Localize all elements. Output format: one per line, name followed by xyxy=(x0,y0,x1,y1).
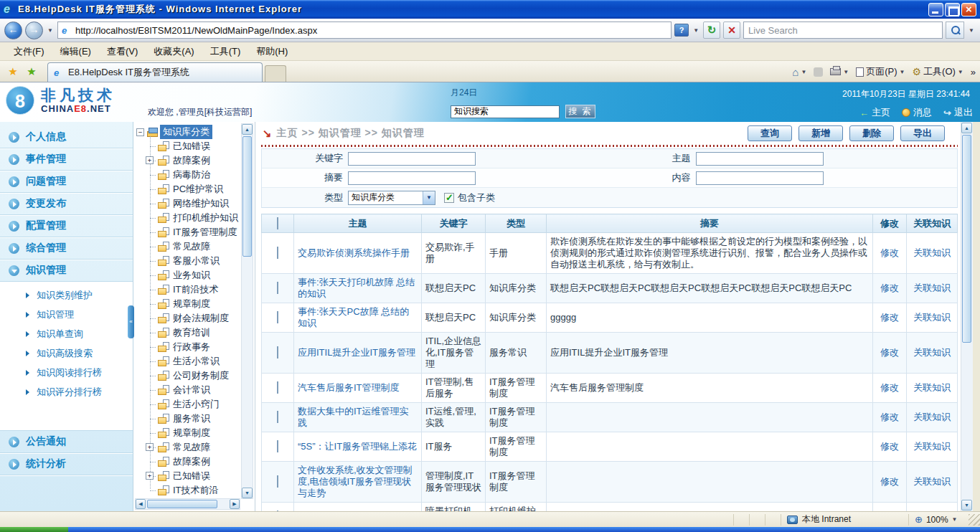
knowledge-search-input[interactable] xyxy=(451,105,560,118)
page-menu-button[interactable]: 页面(P)▼ xyxy=(856,65,905,78)
scroll-up-icon[interactable]: ▲ xyxy=(242,124,253,135)
sidebar-subitem[interactable]: 知识类别维护 xyxy=(0,285,133,305)
tree-node[interactable]: 财会法规制度 xyxy=(136,311,241,326)
edit-link[interactable]: 修改 xyxy=(880,412,899,422)
expand-icon[interactable]: + xyxy=(146,443,154,451)
sidebar-subitem[interactable]: 知识管理 xyxy=(0,305,133,324)
row-checkbox[interactable] xyxy=(277,346,278,358)
zoom-control[interactable]: ⊕ 100% ▼ xyxy=(908,514,969,526)
row-checkbox[interactable] xyxy=(277,247,278,259)
menu-item-view[interactable]: 查看(V) xyxy=(100,43,144,60)
print-button[interactable]: ▼ xyxy=(830,68,849,75)
history-dropdown-icon[interactable]: ▼ xyxy=(46,27,55,34)
tree-node[interactable]: 已知错误 xyxy=(136,139,241,153)
related-knowledge-link[interactable]: 关联知识 xyxy=(913,476,951,487)
add-button[interactable]: 新增 xyxy=(798,125,843,141)
row-checkbox[interactable] xyxy=(277,411,278,423)
tree-node[interactable]: 会计常识 xyxy=(136,383,241,397)
overflow-chevron[interactable]: » xyxy=(971,67,976,77)
tree-root[interactable]: − 知识库分类 xyxy=(136,125,241,139)
sidebar-collapse-handle[interactable]: « xyxy=(128,305,134,338)
edit-link[interactable]: 修改 xyxy=(880,312,899,323)
menu-item-edit[interactable]: 编辑(E) xyxy=(54,43,98,60)
tree-node[interactable]: IT前沿技术 xyxy=(136,282,241,297)
column-header[interactable]: 关键字 xyxy=(422,214,486,233)
type-select[interactable]: 知识库分类 ▼ xyxy=(348,191,435,205)
knowledge-search-button[interactable]: 搜 索 xyxy=(565,105,595,118)
minimize-button[interactable] xyxy=(928,3,943,16)
delete-button[interactable]: 删除 xyxy=(849,125,894,141)
row-checkbox[interactable] xyxy=(277,381,278,394)
message-link[interactable]: 消息 xyxy=(902,106,932,119)
select-all-checkbox[interactable] xyxy=(277,217,278,229)
related-knowledge-link[interactable]: 关联知识 xyxy=(913,412,951,422)
tree-node[interactable]: 网络维护知识 xyxy=(136,196,241,211)
column-header[interactable]: 关联知识 xyxy=(907,214,958,233)
topic-link[interactable]: “5S”：让IT服务管理锦上添花 xyxy=(298,441,417,452)
topic-link[interactable]: 汽车售后服务IT管理制度 xyxy=(298,382,400,393)
related-knowledge-link[interactable]: 关联知识 xyxy=(913,312,951,323)
sidebar-subitem[interactable]: 知识阅读排行榜 xyxy=(0,363,133,382)
edit-link[interactable]: 修改 xyxy=(880,347,899,358)
address-dropdown-icon[interactable]: ▼ xyxy=(692,27,700,34)
tree-vertical-scrollbar[interactable]: ▲ ▼ xyxy=(241,123,253,499)
edit-link[interactable]: 修改 xyxy=(880,441,899,452)
tree-node[interactable]: 行政事务 xyxy=(136,340,241,354)
topic-input[interactable] xyxy=(696,152,824,166)
logout-link[interactable]: ↪退出 xyxy=(943,106,973,119)
select-dropdown-icon[interactable]: ▼ xyxy=(423,191,435,204)
topic-link[interactable]: 文件收发系统,收发文管理制度,电信领域IT服务管理现状与走势 xyxy=(298,465,413,498)
menu-item-favorites[interactable]: 收藏夹(A) xyxy=(147,43,200,60)
column-header[interactable]: 类型 xyxy=(486,214,547,233)
row-checkbox[interactable] xyxy=(277,475,278,488)
related-knowledge-link[interactable]: 关联知识 xyxy=(913,282,951,293)
row-checkbox[interactable] xyxy=(277,311,278,323)
tree-node[interactable]: 服务常识 xyxy=(136,412,241,426)
tree-node[interactable]: 教育培训 xyxy=(136,326,241,340)
edit-link[interactable]: 修改 xyxy=(880,476,899,487)
menu-item-file[interactable]: 文件(F) xyxy=(7,43,51,60)
sidebar-item[interactable]: 统计分析 xyxy=(0,453,133,475)
sidebar-item[interactable]: 事件管理 xyxy=(0,148,133,171)
row-checkbox[interactable] xyxy=(277,440,278,452)
tree-node[interactable]: +故障案例 xyxy=(136,153,241,168)
tree-node[interactable]: 客服小常识 xyxy=(136,254,241,268)
refresh-button[interactable]: ↻ xyxy=(703,22,720,39)
stop-button[interactable]: ✕ xyxy=(723,22,740,39)
export-button[interactable]: 导出 xyxy=(900,125,945,141)
browser-tab[interactable]: e E8.HelpDesk IT服务管理系统 xyxy=(47,62,263,82)
topic-link[interactable]: 应用ITIL提升企业IT服务管理 xyxy=(298,347,415,358)
sidebar-item[interactable]: 个人信息 xyxy=(0,126,133,148)
tree-node[interactable]: IT服务管理制度 xyxy=(136,225,241,239)
sidebar-subitem[interactable]: 知识评分排行榜 xyxy=(0,382,133,402)
favorites-star-icon[interactable]: ★ xyxy=(4,63,22,80)
row-checkbox[interactable] xyxy=(277,282,278,294)
edit-link[interactable]: 修改 xyxy=(880,247,899,258)
tree-node[interactable]: IT技术前沿 xyxy=(136,483,241,498)
related-knowledge-link[interactable]: 关联知识 xyxy=(913,247,951,258)
add-favorite-icon[interactable]: ★ xyxy=(23,63,40,80)
feed-button[interactable] xyxy=(814,67,823,77)
sidebar-item[interactable]: 变更发布 xyxy=(0,193,133,215)
content-input[interactable] xyxy=(696,171,824,185)
sidebar-item[interactable]: 配置管理 xyxy=(0,215,133,237)
tree-hscroll-thumb[interactable] xyxy=(147,500,217,508)
zoom-dropdown-icon[interactable]: ▼ xyxy=(952,516,958,523)
search-magnifier-button[interactable] xyxy=(946,22,964,39)
tree-node[interactable]: 生活小窍门 xyxy=(136,397,241,412)
tree-node[interactable]: +常见故障 xyxy=(136,440,241,455)
tree-node[interactable]: 故障案例 xyxy=(136,455,241,469)
search-options-dropdown-icon[interactable]: ▼ xyxy=(967,27,976,34)
edit-link[interactable]: 修改 xyxy=(880,382,899,393)
restore-button[interactable] xyxy=(945,3,960,16)
column-header[interactable]: 修改 xyxy=(873,214,907,233)
sidebar-item[interactable]: 综合管理 xyxy=(0,237,133,260)
topic-link[interactable]: 交易欺诈侦测系统操作手册 xyxy=(298,247,410,258)
column-header[interactable]: 主题 xyxy=(294,214,422,233)
tree-node[interactable]: 病毒防治 xyxy=(136,168,241,182)
tree-node[interactable]: 公司财务制度 xyxy=(136,369,241,383)
related-knowledge-link[interactable]: 关联知识 xyxy=(913,441,951,452)
menu-item-help[interactable]: 帮助(H) xyxy=(250,43,294,60)
start-button-fragment[interactable] xyxy=(0,527,68,532)
topic-link[interactable]: 事件:张天天PC故障 总结的知识 xyxy=(298,306,409,328)
